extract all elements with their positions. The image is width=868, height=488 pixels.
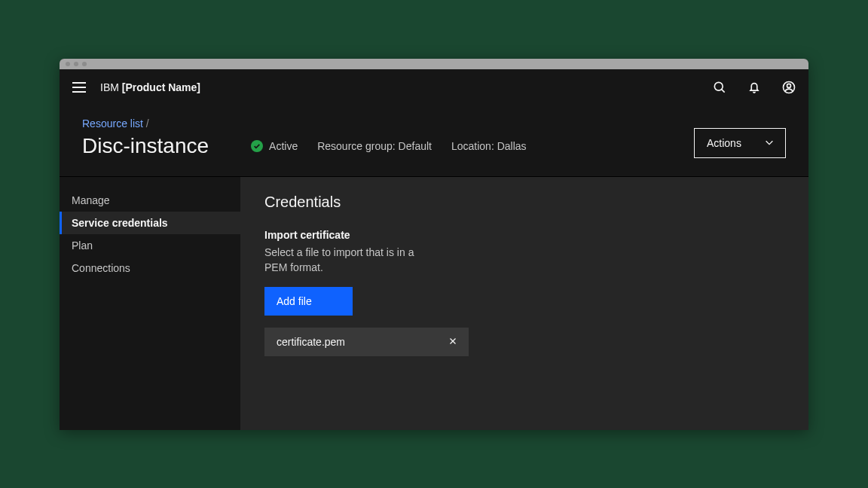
breadcrumb: Resource list / (82, 117, 527, 130)
actions-dropdown[interactable]: Actions (694, 128, 786, 158)
add-file-button[interactable]: Add file (264, 287, 353, 316)
chevron-down-icon (764, 137, 775, 150)
import-certificate-label: Import certificate (264, 229, 808, 241)
notifications-icon[interactable] (747, 80, 762, 95)
status-badge: Active (251, 140, 298, 152)
svg-line-1 (722, 90, 725, 93)
sidebar-item-manage[interactable]: Manage (60, 189, 240, 212)
sidebar-item-label: Service credentials (72, 217, 168, 229)
resource-group-meta: Resource group: Default (317, 140, 432, 152)
main-panel: Credentials Import certificate Select a … (240, 177, 808, 430)
sidebar-item-service-credentials[interactable]: Service credentials (60, 212, 240, 234)
brand-bold: [Product Name] (122, 81, 200, 93)
remove-file-button[interactable] (448, 336, 458, 349)
section-title: Credentials (264, 194, 808, 211)
status-label: Active (269, 140, 298, 152)
status-check-icon (251, 140, 263, 152)
breadcrumb-separator: / (143, 117, 149, 130)
content-body: Manage Service credentials Plan Connecti… (60, 177, 808, 430)
window-dot-max[interactable] (82, 62, 87, 66)
svg-point-0 (714, 82, 723, 90)
close-icon (448, 336, 458, 349)
top-nav: IBM [Product Name] (60, 69, 808, 105)
window-titlebar (60, 59, 808, 69)
brand-label: IBM [Product Name] (100, 81, 200, 93)
menu-button[interactable] (72, 80, 87, 95)
window-dot-close[interactable] (66, 62, 70, 66)
side-nav: Manage Service credentials Plan Connecti… (60, 177, 240, 430)
page-header: Resource list / Disc-instance Active Res… (60, 105, 808, 177)
uploaded-file-name: certificate.pem (277, 336, 345, 348)
sidebar-item-plan[interactable]: Plan (60, 234, 240, 257)
brand-thin: IBM (100, 81, 122, 93)
app-window: IBM [Product Name] Resource list / Disc-… (60, 59, 808, 430)
page-title: Disc-instance (82, 134, 209, 158)
actions-label: Actions (707, 137, 741, 149)
location-meta: Location: Dallas (451, 140, 527, 152)
sidebar-item-label: Manage (72, 194, 110, 206)
import-certificate-help: Select a file to import that is in a PEM… (264, 246, 423, 275)
svg-point-3 (787, 84, 791, 87)
sidebar-item-label: Connections (72, 262, 130, 274)
breadcrumb-link-resource-list[interactable]: Resource list (82, 117, 143, 130)
location-label: Location: (451, 140, 497, 152)
user-avatar-icon[interactable] (781, 80, 796, 95)
uploaded-file-chip: certificate.pem (264, 328, 469, 356)
location-value: Dallas (497, 140, 527, 152)
sidebar-item-connections[interactable]: Connections (60, 257, 240, 279)
add-file-label: Add file (277, 295, 312, 307)
resource-group-value: Default (399, 140, 432, 152)
resource-group-label: Resource group: (317, 140, 398, 152)
sidebar-item-label: Plan (72, 239, 93, 252)
window-dot-min[interactable] (74, 62, 78, 66)
search-icon[interactable] (712, 80, 727, 95)
